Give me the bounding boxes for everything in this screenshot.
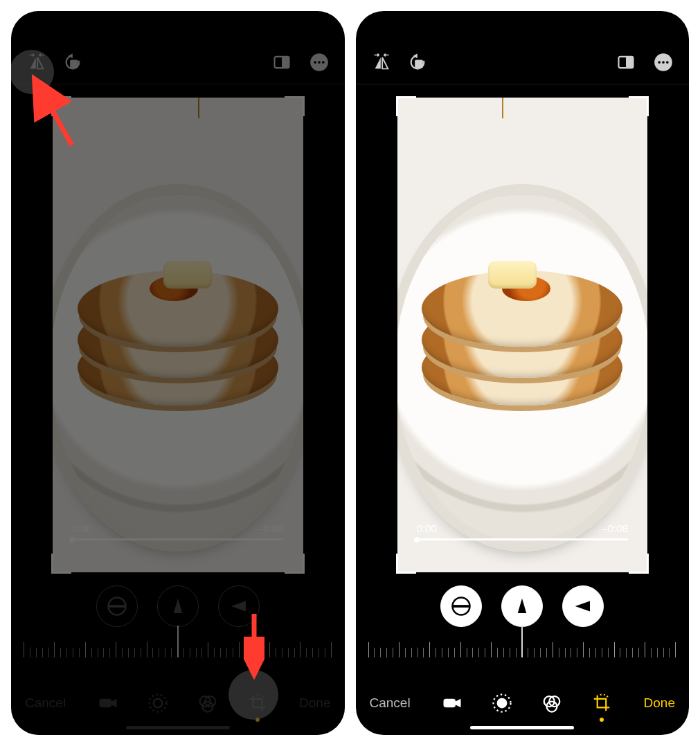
video-timeline[interactable]: 0:00 –0:08 [72, 522, 284, 540]
more-button[interactable] [307, 51, 331, 74]
left-screenshot: 0:00 –0:08 [11, 11, 345, 735]
adjust-tool-button[interactable] [489, 690, 515, 716]
more-button[interactable] [652, 51, 675, 74]
svg-rect-19 [626, 57, 634, 68]
video-tool-button[interactable] [439, 690, 465, 716]
crop-handle-bl[interactable] [396, 554, 416, 574]
angle-ruler[interactable] [368, 634, 677, 657]
straighten-icon [451, 596, 472, 617]
aspect-ratio-icon [272, 53, 291, 72]
svg-rect-8 [108, 605, 125, 608]
rotate-button[interactable] [407, 51, 431, 74]
perspective-vertical-icon [168, 596, 188, 617]
flip-button[interactable] [370, 51, 393, 74]
crop-top-bar [356, 11, 690, 84]
svg-point-4 [314, 61, 316, 64]
done-button[interactable]: Done [299, 695, 330, 711]
svg-rect-9 [99, 699, 111, 708]
annotation-arrow-flip [24, 69, 79, 152]
home-indicator[interactable] [126, 726, 230, 729]
video-tool-button[interactable] [95, 690, 121, 716]
svg-point-22 [662, 61, 665, 64]
flip-horizontal-icon [372, 53, 391, 72]
svg-rect-26 [444, 699, 456, 708]
adjust-icon [492, 693, 512, 713]
svg-point-5 [318, 61, 321, 64]
svg-rect-2 [282, 57, 289, 68]
time-remaining: –0:08 [258, 522, 284, 534]
perspective-horizontal-icon [573, 596, 593, 617]
done-button[interactable]: Done [644, 695, 675, 711]
cancel-button[interactable]: Cancel [25, 695, 66, 711]
crop-tool-button[interactable] [589, 690, 615, 716]
perspective-v-button[interactable] [501, 585, 543, 627]
crop-handle-br[interactable] [285, 554, 305, 574]
svg-point-27 [498, 699, 507, 708]
video-icon [98, 693, 118, 713]
aspect-ratio-icon [616, 53, 636, 72]
svg-point-23 [666, 61, 669, 64]
preview-image: 0:00 –0:08 [53, 98, 303, 572]
svg-rect-0 [70, 60, 78, 69]
crop-handle-tr[interactable] [285, 96, 305, 116]
perspective-h-button[interactable] [562, 585, 604, 627]
crop-handle-br[interactable] [629, 554, 649, 574]
svg-rect-17 [415, 60, 423, 69]
adjust-tool-button[interactable] [145, 690, 171, 716]
preview-image: 0:00 –0:08 [397, 98, 648, 572]
crop-handle-tl[interactable] [396, 96, 416, 116]
time-remaining: –0:08 [602, 522, 628, 534]
perspective-vertical-icon [512, 596, 532, 617]
svg-line-15 [36, 82, 72, 145]
filters-tool-button[interactable] [539, 690, 565, 716]
more-icon [654, 53, 673, 72]
perspective-controls [11, 585, 345, 627]
svg-point-10 [153, 699, 162, 708]
angle-ruler[interactable] [24, 634, 332, 657]
crop-rotate-icon [591, 693, 612, 713]
cancel-button[interactable]: Cancel [370, 695, 411, 711]
filters-icon [197, 693, 218, 713]
svg-rect-25 [453, 605, 470, 608]
right-screenshot: 0:00 –0:08 Cancel [356, 11, 690, 735]
aspect-ratio-button[interactable] [614, 51, 638, 74]
adjust-icon [147, 693, 168, 713]
crop-handle-bl[interactable] [51, 554, 71, 574]
video-icon [442, 693, 463, 713]
straighten-button[interactable] [96, 585, 138, 627]
svg-point-21 [658, 61, 661, 64]
filters-icon [541, 693, 562, 713]
annotation-arrow-crop [244, 610, 264, 680]
aspect-ratio-button[interactable] [270, 51, 294, 74]
straighten-button[interactable] [440, 585, 482, 627]
crop-handle-tr[interactable] [629, 96, 649, 116]
straighten-icon [107, 596, 127, 617]
svg-point-11 [149, 695, 166, 712]
filters-tool-button[interactable] [195, 690, 221, 716]
home-indicator[interactable] [470, 726, 574, 729]
crop-canvas[interactable]: 0:00 –0:08 [397, 98, 648, 572]
time-elapsed: 0:00 [72, 522, 92, 534]
svg-point-6 [321, 61, 324, 64]
rotate-ccw-icon [409, 53, 429, 72]
time-elapsed: 0:00 [417, 522, 437, 534]
video-timeline[interactable]: 0:00 –0:08 [417, 522, 629, 540]
more-icon [309, 53, 329, 72]
perspective-controls [356, 585, 690, 627]
perspective-v-button[interactable] [157, 585, 199, 627]
crop-canvas[interactable]: 0:00 –0:08 [53, 98, 303, 572]
